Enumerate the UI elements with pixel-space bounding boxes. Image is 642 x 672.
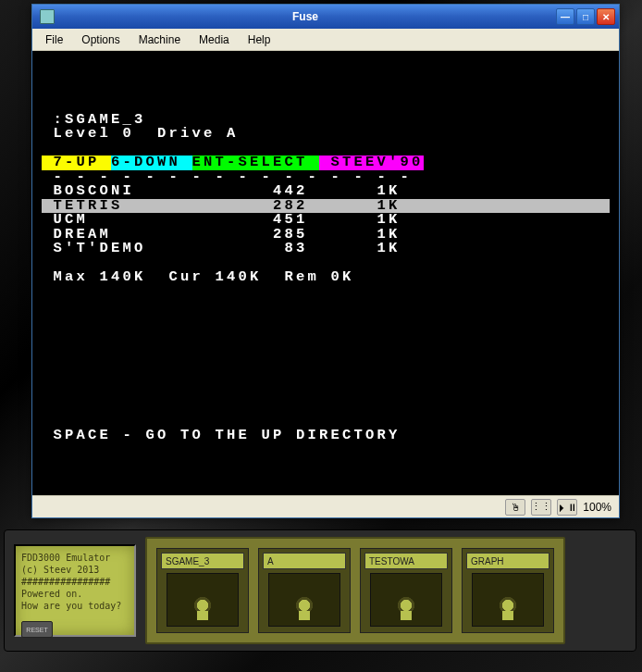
emulator-screen[interactable]: :SGAME_3 Level 0 Drive A 7-UP 6-DOWN ENT… xyxy=(32,51,619,495)
file-row[interactable]: S'T'DEMO 83 1K xyxy=(42,242,610,256)
drive-bay: SGAME_3 A TESTOWA GRAPH xyxy=(145,537,565,644)
close-button[interactable]: ✕ xyxy=(597,8,615,25)
joystick-icon[interactable]: ⋮⋮ xyxy=(531,499,551,516)
summary-line: Max 140K Cur 140K Rem 0K xyxy=(42,270,610,285)
menubar: File Options Machine Media Help xyxy=(32,29,619,51)
floppy-label: A xyxy=(263,553,346,569)
floppy-icon xyxy=(370,573,442,627)
level-line: Level 0 Drive A xyxy=(42,127,610,142)
floppy-drive-3[interactable]: GRAPH xyxy=(462,548,554,633)
menu-options[interactable]: Options xyxy=(72,30,129,50)
lcd-line: FDD3000 Emulator xyxy=(21,552,129,564)
titlebar[interactable]: Fuse — □ ✕ xyxy=(32,5,619,29)
floppy-icon xyxy=(268,573,340,627)
menu-file[interactable]: File xyxy=(36,30,72,50)
tape-icon[interactable]: ⏵⏸ xyxy=(557,499,577,516)
statusbar: 🖱 ⋮⋮ ⏵⏸ 100% xyxy=(32,495,619,517)
floppy-icon xyxy=(472,573,544,627)
minimize-button[interactable]: — xyxy=(556,8,574,25)
fdd-device: RESET FDD3000 Emulator (c) Steev 2013 ##… xyxy=(4,529,636,652)
floppy-drive-0[interactable]: SGAME_3 xyxy=(156,548,249,633)
floppy-drive-2[interactable]: TESTOWA xyxy=(360,548,452,633)
menu-machine[interactable]: Machine xyxy=(130,30,190,50)
menu-media[interactable]: Media xyxy=(190,30,239,50)
lcd-line: How are you today? xyxy=(21,600,129,612)
floppy-label: TESTOWA xyxy=(364,553,448,569)
floppy-icon xyxy=(167,573,239,627)
reset-button[interactable]: RESET xyxy=(21,621,53,638)
lcd-line: (c) Steev 2013 xyxy=(21,564,129,576)
fuse-window: Fuse — □ ✕ File Options Machine Media He… xyxy=(31,4,620,518)
zoom-level: 100% xyxy=(583,501,611,514)
mouse-icon[interactable]: 🖱 xyxy=(505,499,525,516)
menu-help[interactable]: Help xyxy=(239,30,280,50)
lcd-line: Powered on. xyxy=(21,588,129,600)
floppy-label: GRAPH xyxy=(466,553,549,569)
floppy-drive-1[interactable]: A xyxy=(258,548,351,633)
maximize-button[interactable]: □ xyxy=(576,8,595,25)
lcd-line: ################ xyxy=(21,576,129,588)
app-icon xyxy=(40,9,55,24)
footer-line: SPACE - GO TO THE UP DIRECTORY xyxy=(42,429,610,443)
floppy-label: SGAME_3 xyxy=(161,553,244,569)
window-title: Fuse xyxy=(55,10,556,23)
file-list: BOSCONI 442 1K TETRIS 282 1K UCM 451 1K … xyxy=(42,184,610,256)
